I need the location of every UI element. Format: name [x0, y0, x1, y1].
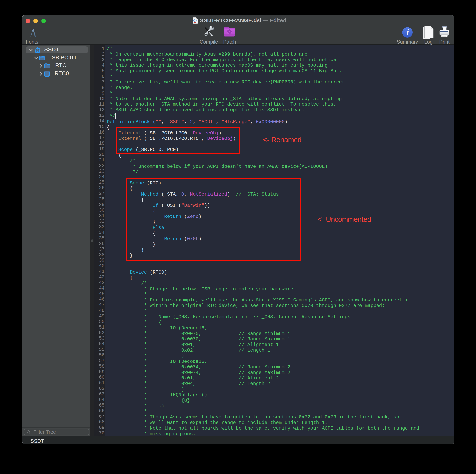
svg-text:A: A: [30, 27, 37, 39]
svg-text:i: i: [406, 27, 409, 37]
